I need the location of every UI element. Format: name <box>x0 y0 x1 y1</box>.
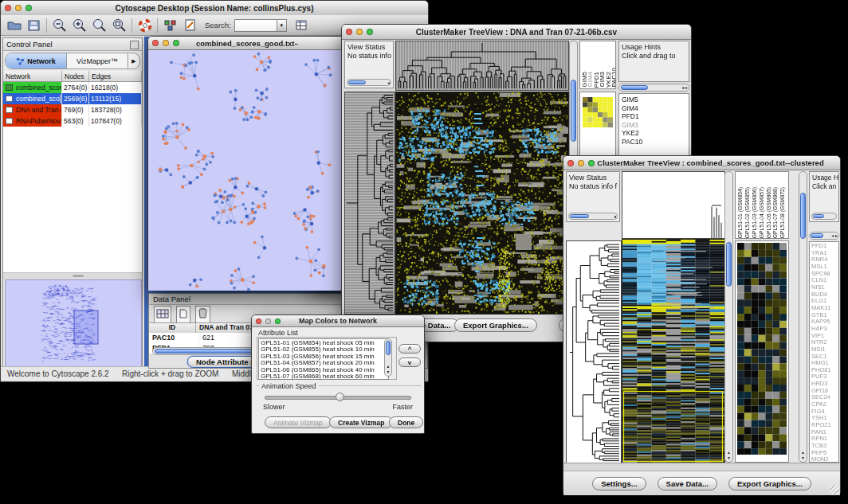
tv2-detail-vscrollbar[interactable]: ▴▾ <box>799 171 807 463</box>
tv1-export-graphics-button[interactable]: Export Graphics... <box>454 318 537 332</box>
treeview1-title-bar[interactable]: ClusterMaker TreeView : DNA and Tran 07-… <box>342 25 691 40</box>
zoom-selected-region-icon[interactable] <box>89 17 109 33</box>
treeview2-title-bar[interactable]: ClusterMaker TreeView : combined_scores_… <box>563 156 840 170</box>
tab-overflow-icon[interactable]: ▶ <box>128 53 139 68</box>
tv2-detail-heatmap[interactable] <box>737 243 787 455</box>
tab-vizmapper[interactable]: VizMapper™ <box>67 53 128 68</box>
network-view-canvas[interactable] <box>148 50 346 291</box>
col-nodes[interactable]: Nodes <box>62 71 89 82</box>
minimize-icon[interactable] <box>578 160 584 166</box>
network-table-row[interactable]: combined_sco 2569(6) 13112(15) <box>3 93 142 104</box>
column-label[interactable]: GPL51-07 (GSM868) <box>772 187 779 238</box>
export-graphics-button[interactable]: Export Graphics... <box>728 477 811 490</box>
col-edges[interactable]: Edges <box>89 71 142 82</box>
create-vizmap-button[interactable]: Create Vizmap <box>329 416 393 428</box>
column-label[interactable]: PAC10 <box>611 68 616 88</box>
network-table-row[interactable]: DNA and Tran 07 769(0) 183728(0) <box>3 104 142 115</box>
column-label[interactable]: GPL51-01 (GSM854) <box>737 187 744 238</box>
tv2-row-dendrogram[interactable] <box>566 240 622 464</box>
usage-hints-message: Click and drag to <box>622 52 689 61</box>
search-dropdown-icon[interactable]: ▼ <box>277 19 287 32</box>
annotation-icon[interactable] <box>180 17 200 33</box>
help-lifesaver-icon[interactable] <box>135 17 155 33</box>
network-overview-thumbnail[interactable] <box>5 279 142 369</box>
column-label[interactable]: GPL51-03 (GSM856) <box>752 187 759 238</box>
column-label[interactable]: GPL51-08 (GSM872) <box>779 187 787 238</box>
move-up-button[interactable]: ^ <box>398 344 421 354</box>
settings-button[interactable]: Settings... <box>592 477 646 490</box>
table-import-icon[interactable] <box>292 17 312 33</box>
gene-label[interactable]: PFD1 <box>622 112 689 121</box>
map-colors-dialog: Map Colors to Network Attribute List GPL… <box>251 315 425 434</box>
zoom-window-icon[interactable] <box>367 29 373 35</box>
delete-attribute-icon[interactable] <box>195 306 210 323</box>
tv2-usage-hscrollbar[interactable] <box>811 213 837 220</box>
attribute-grid-icon[interactable] <box>154 306 171 323</box>
data-col-id[interactable]: ID <box>149 323 196 333</box>
network-table-row[interactable]: RNAPuberNov2+ 563(0) 107847(0) <box>3 115 142 127</box>
zoom-window-icon[interactable] <box>275 318 281 324</box>
network-table-row[interactable]: combined_scores_ 2764(0) 16218(0) <box>3 82 142 93</box>
save-session-icon[interactable] <box>24 17 44 33</box>
zoom-window-icon[interactable] <box>173 40 179 46</box>
animate-vizmap-button[interactable]: Animate Vizmap <box>265 416 332 428</box>
col-network[interactable]: Network <box>3 71 62 82</box>
tv1-status-hscrollbar[interactable]: ◂ <box>347 79 391 86</box>
new-attribute-icon[interactable] <box>176 306 190 323</box>
dialog-title: Map Colors to Network <box>284 317 392 325</box>
float-panel-icon[interactable] <box>130 41 139 49</box>
main-title-bar[interactable]: Cytoscape Desktop (Session Name: collins… <box>1 1 428 16</box>
animation-speed-slider[interactable] <box>265 396 411 400</box>
zoom-window-icon[interactable] <box>26 5 32 11</box>
tv1-heatmap-canvas[interactable] <box>395 92 569 315</box>
search-input[interactable] <box>234 19 277 32</box>
column-label[interactable]: GPL51-02 (GSM855) <box>744 187 752 238</box>
done-button[interactable]: Done <box>389 416 423 428</box>
move-down-button[interactable]: v <box>398 357 421 367</box>
gene-label[interactable]: GIM4 <box>622 104 689 113</box>
tv1-minimap-heatmap[interactable] <box>583 97 613 127</box>
zoom-in-icon[interactable] <box>69 17 89 33</box>
column-label[interactable]: GPL51-04 (GSM857) <box>759 187 766 238</box>
close-icon[interactable] <box>152 40 159 46</box>
dialog-title-bar[interactable]: Map Colors to Network <box>252 315 424 327</box>
resize-grip[interactable] <box>830 485 839 494</box>
minimize-icon[interactable] <box>15 5 22 11</box>
tv1-usage-hscrollbar[interactable]: ◂ ▸ <box>618 84 689 92</box>
attribute-listbox[interactable]: GPL51-01 (GSM854) heat shock 05 minGPL51… <box>258 338 389 380</box>
treeview1-title: ClusterMaker TreeView : DNA and Tran 07-… <box>390 28 643 37</box>
network-window-title-bar[interactable]: combined_scores_good.txt--cluste... <box>148 37 346 50</box>
tv2-column-dendrogram[interactable] <box>622 171 725 239</box>
close-icon[interactable] <box>5 5 11 11</box>
tab-network[interactable]: Network <box>6 53 67 68</box>
gene-label[interactable]: GIM3 <box>622 121 689 130</box>
close-icon[interactable] <box>256 318 261 324</box>
tv2-heatmap-vscrollbar[interactable]: ▴▾ <box>724 171 733 463</box>
tv2-status-hscrollbar[interactable]: ◂ <box>568 213 618 220</box>
open-network-icon[interactable] <box>4 17 24 33</box>
usage-hints-message: Click an <box>812 182 838 191</box>
gene-label[interactable]: PAC10 <box>622 138 689 147</box>
zoom-out-icon[interactable] <box>49 17 69 33</box>
gene-label[interactable]: GIM5 <box>622 96 689 104</box>
gene-label[interactable]: MON2 <box>811 456 838 463</box>
slider-thumb[interactable] <box>336 393 344 401</box>
view-status-message: No status info f <box>347 52 393 61</box>
minimize-icon[interactable] <box>265 318 271 324</box>
tv2-view-status-panel: View Status No status info f ◂ <box>566 171 620 222</box>
tv2-heatmap-canvas[interactable] <box>622 239 725 464</box>
close-icon[interactable] <box>346 29 352 35</box>
save-data-button[interactable]: Save Data... <box>658 477 717 490</box>
minimize-icon[interactable] <box>163 40 169 46</box>
tv1-column-dendrogram[interactable] <box>395 41 569 91</box>
panel-splitter[interactable] <box>3 272 142 279</box>
attribute-item[interactable]: GPL51-07 (GSM868) heat shock 60 min <box>261 373 387 380</box>
gene-label[interactable]: YKE2 <box>622 129 689 138</box>
zoom-fit-icon[interactable] <box>109 17 129 33</box>
tv2-genes-hscrollbar[interactable]: ◂ ▸ <box>809 232 839 240</box>
minimize-icon[interactable] <box>356 29 363 35</box>
tv1-row-dendrogram[interactable] <box>344 92 395 315</box>
close-icon[interactable] <box>567 160 574 166</box>
map-attributes-icon[interactable] <box>160 17 180 33</box>
attribute-list-vscrollbar[interactable]: ▴▾ <box>384 338 392 377</box>
